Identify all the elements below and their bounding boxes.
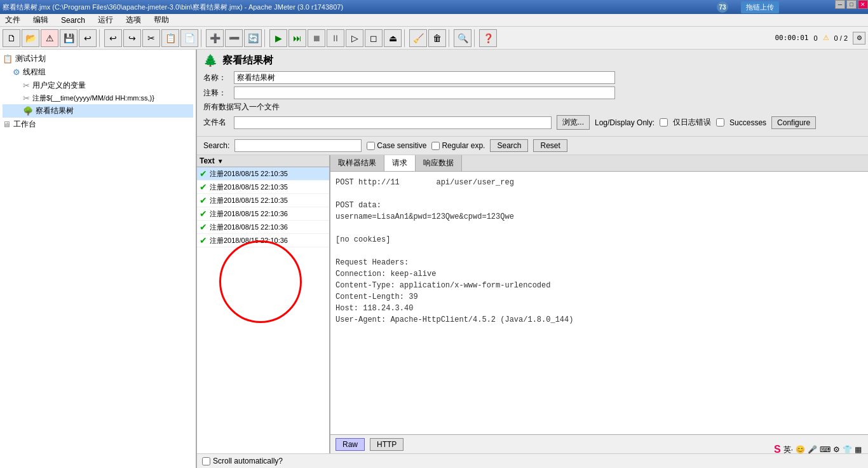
toolbar-refresh[interactable]: 🔄 [244,29,262,47]
detail-panel: 取样器结果 请求 响应数据 POST http://11 api/user/us… [330,155,868,453]
ime-settings: ⚙ [833,445,840,454]
results-list: Text ▼ ✔ 注册2018/08/15 22:10:35 ✔ 注册2018/… [197,155,330,453]
toolbar-stop[interactable]: ⏹ [308,29,325,47]
toolbar-remote-stop[interactable]: ◻ [365,29,383,47]
toolbar-open[interactable]: 📂 [22,29,39,47]
configure-button[interactable]: Configure [771,116,816,129]
file-input[interactable] [234,116,552,129]
reset-button[interactable]: Reset [533,139,567,152]
toolbar-clear[interactable]: 🧹 [409,29,427,47]
log-label: Log/Display Only: [595,118,654,127]
regular-exp-label: Regular exp. [431,141,485,150]
panel-title-icon: 🌲 [203,53,217,67]
dropdown-arrow-icon[interactable]: ▼ [217,158,224,165]
raw-button[interactable]: Raw [336,438,365,451]
toolbar-start[interactable]: ▶ [269,29,287,47]
result-tree-icon: 🌳 [23,106,33,116]
toolbar-start-no-pause[interactable]: ⏭ [288,29,306,47]
browse-button[interactable]: 浏览... [557,115,590,130]
toolbar-shutdown[interactable]: ⏸ [327,29,344,47]
panel-header: 🌲 察看结果树 名称： 注释： 所有数据写入一个文件 文件名 浏览... Log… [197,50,868,137]
upload-button[interactable]: 拖链上传 [741,1,779,13]
http-button[interactable]: HTTP [370,438,403,451]
result-item-5[interactable]: ✔ 注册2018/08/15 22:10:36 [197,234,329,247]
tab-sampler-result[interactable]: 取样器结果 [330,155,384,171]
log-options: Log/Display Only: 仅日志错误 Successes Config… [595,116,816,129]
ime-text: 英· [783,444,793,455]
result-item-2[interactable]: ✔ 注册2018/08/15 22:10:35 [197,194,329,207]
main-layout: 📋 测试计划 ⚙ 线程组 ✂ 用户定义的变量 ✂ 注册${__time(yyyy… [0,50,868,468]
file-label: 文件名 [203,117,229,128]
menu-file[interactable]: 文件 [3,13,23,27]
scroll-row: Scroll automatically? [197,453,868,468]
result-text-5: 注册2018/08/15 22:10:36 [210,236,288,245]
toolbar: 🗋 📂 ⚠ 💾 ↩ ↩ ↪ ✂ 📋 📄 ➕ ➖ 🔄 ▶ ⏭ ⏹ ⏸ ▷ ◻ ⏏ … [0,27,868,50]
ime-more: ▦ [855,445,862,454]
tree-item-result-tree[interactable]: 🌳 察看结果树 [3,104,193,118]
title-text: 察看结果树.jmx (C:\Program Files\360\apache-j… [3,3,343,12]
separator-3 [264,29,267,47]
toolbar-expand[interactable]: ➕ [206,29,224,47]
toolbar-undo[interactable]: ↩ [104,29,122,47]
result-item-1[interactable]: ✔ 注册2018/08/15 22:10:35 [197,181,329,194]
ime-mic: 🎤 [808,445,817,454]
scroll-label: Scroll automatically? [213,457,283,465]
successes-label: Successes [729,118,766,127]
toolbar-save-all[interactable]: ⚠ [41,29,58,47]
result-item-3[interactable]: ✔ 注册2018/08/15 22:10:36 [197,207,329,221]
ime-bar: S 英· 😊 🎤 ⌨ ⚙ 👕 ▦ [774,444,862,455]
toolbar-save[interactable]: 💾 [60,29,78,47]
scroll-auto-checkbox[interactable] [202,457,210,465]
toolbar-cut[interactable]: ✂ [142,29,160,47]
search-button[interactable]: Search [490,139,528,152]
separator-4 [404,29,407,47]
ime-emoji1: 😊 [796,445,805,454]
toolbar-new[interactable]: 🗋 [3,29,20,47]
result-text-3: 注册2018/08/15 22:10:36 [210,209,288,219]
name-label: 名称： [203,72,229,83]
result-text-4: 注册2018/08/15 22:10:36 [210,223,288,232]
tree-item-test-plan[interactable]: 📋 测试计划 [3,52,193,65]
regular-exp-checkbox[interactable] [431,142,440,150]
result-item-0[interactable]: ✔ 注册2018/08/15 22:10:35 [197,167,329,181]
search-input[interactable] [234,139,362,152]
result-item-4[interactable]: ✔ 注册2018/08/15 22:10:36 [197,221,329,234]
tree-item-thread-group[interactable]: ⚙ 线程组 [3,65,193,79]
successes-checkbox[interactable] [716,118,724,127]
toolbar-remote-engines[interactable]: ⚙ [853,32,865,45]
tab-request[interactable]: 请求 [384,155,416,171]
minimize-button[interactable]: ─ [835,0,845,9]
toolbar-remote-start[interactable]: ▷ [346,29,363,47]
result-text-0: 注册2018/08/15 22:10:35 [210,169,288,179]
menu-options[interactable]: 选项 [123,13,144,27]
name-input[interactable] [234,71,615,84]
success-icon-4: ✔ [200,222,207,232]
toolbar-remote-exit[interactable]: ⏏ [384,29,402,47]
ime-keyboard: ⌨ [820,445,831,454]
success-icon-1: ✔ [200,182,207,192]
separator-2 [201,29,203,47]
error-only-checkbox[interactable] [660,118,668,127]
toolbar-redo[interactable]: ↪ [123,29,141,47]
close-button[interactable]: ✕ [858,0,868,9]
toolbar-search[interactable]: 🔍 [454,29,471,47]
tree-item-register[interactable]: ✂ 注册${__time(yyyy/MM/dd HH:mm:ss,)} [3,92,193,104]
menu-search[interactable]: Search [58,15,88,26]
user-vars-icon: ✂ [23,81,30,90]
toolbar-collapse[interactable]: ➖ [225,29,243,47]
toolbar-clear-all[interactable]: 🗑 [428,29,446,47]
menu-help[interactable]: 帮助 [151,13,172,27]
menu-run[interactable]: 运行 [95,13,116,27]
toolbar-help[interactable]: ❓ [479,29,497,47]
comment-input[interactable] [234,86,615,99]
tab-response-data[interactable]: 响应数据 [416,155,462,171]
menu-edit[interactable]: 编辑 [31,13,51,27]
tree-item-user-vars[interactable]: ✂ 用户定义的变量 [3,79,193,92]
case-sensitive-checkbox[interactable] [367,142,375,150]
toolbar-copy[interactable]: 📋 [161,29,179,47]
results-wrapper: Text ▼ ✔ 注册2018/08/15 22:10:35 ✔ 注册2018/… [197,155,868,453]
maximize-button[interactable]: □ [846,0,857,9]
toolbar-revert[interactable]: ↩ [79,29,97,47]
tree-item-workbench[interactable]: 🖥 工作台 [3,118,193,131]
toolbar-paste[interactable]: 📄 [180,29,198,47]
